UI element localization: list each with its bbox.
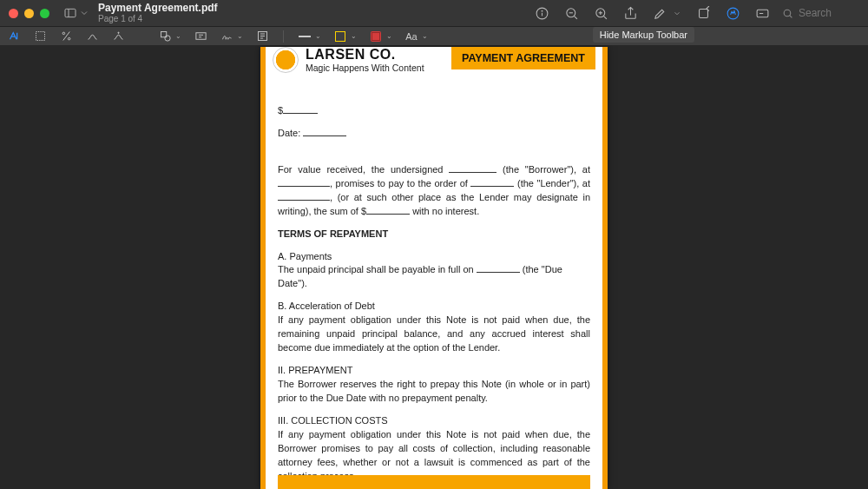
sign-tool-icon[interactable] [220,30,233,43]
highlight-menu-chevron-icon[interactable] [673,5,681,21]
search-field[interactable] [782,7,859,19]
svg-point-24 [117,32,118,33]
sidebar-toggle-icon[interactable] [62,4,79,22]
sign-menu-chevron[interactable]: ⌄ [237,32,243,40]
stroke-menu-chevron[interactable]: ⌄ [315,32,321,40]
svg-line-18 [790,15,792,17]
section-iii: III. COLLECTION COSTS If any payment obl… [278,414,590,484]
svg-line-6 [574,16,577,19]
view-menu-chevron-icon[interactable] [79,4,89,22]
svg-point-22 [62,32,65,35]
markup-toggle-icon[interactable] [725,5,740,21]
border-color-chevron[interactable]: ⌄ [351,32,357,40]
share-icon[interactable] [622,5,638,21]
intro-paragraph: For value received, the undersigned (the… [278,163,590,219]
section-ii: II. PREPAYMENT The Borrower reserves the… [278,364,590,406]
form-fill-icon[interactable] [754,5,770,21]
tooltip-hide-markup: Hide Markup Toolbar [593,27,694,43]
stroke-style-icon[interactable] [298,30,312,43]
sketch-tool-icon[interactable] [111,30,125,43]
svg-point-17 [784,10,791,17]
company-name: LARSEN CO. [306,47,424,63]
window-minimize[interactable] [24,9,34,18]
document-title: Payment Agreement.pdf [98,3,218,14]
section-a: A. Payments The unpaid principal shall b… [278,250,590,292]
instant-alpha-icon[interactable] [59,30,73,43]
zoom-out-icon[interactable] [563,5,579,21]
svg-point-4 [542,10,542,11]
document-viewport[interactable]: LARSEN CO. Magic Happens With Content PA… [0,45,868,489]
svg-rect-21 [36,32,44,41]
pdf-page: LARSEN CO. Magic Happens With Content PA… [260,47,608,489]
titlebar: Payment Agreement.pdf Page 1 of 4 [0,0,868,26]
svg-point-23 [68,37,70,40]
info-icon[interactable] [534,5,549,21]
note-tool-icon[interactable] [255,30,269,43]
shapes-tool-icon[interactable] [158,30,172,43]
text-box-tool-icon[interactable] [194,30,207,43]
markup-toolbar: ⌄ ⌄ ⌄ ⌄ ⌄ Aa ⌄ [0,26,868,45]
document-type-ribbon: PAYMENT AGREEMENT [451,47,595,69]
text-style-icon[interactable]: Aa [404,30,418,43]
page-border-left [260,47,266,489]
rotate-icon[interactable] [695,5,711,21]
svg-point-26 [164,36,169,41]
company-tagline: Magic Happens With Content [306,63,424,73]
window-zoom[interactable] [40,9,49,18]
amount-line: $ [278,104,590,118]
page-footer-bar [278,475,590,489]
zoom-in-icon[interactable] [593,5,608,21]
page-indicator: Page 1 of 4 [98,14,218,23]
svg-rect-13 [699,9,707,17]
date-line: Date: [278,127,590,141]
highlight-icon[interactable] [652,5,667,21]
svg-line-9 [603,16,607,19]
company-logo [273,47,299,73]
border-color-icon[interactable] [333,30,347,43]
fill-color-chevron[interactable]: ⌄ [386,32,392,40]
svg-rect-0 [65,9,76,17]
draw-tool-icon[interactable] [85,30,99,43]
page-border-right [602,47,608,489]
search-icon [782,8,793,19]
section-b: B. Acceleration of Debt If any payment o… [278,300,590,355]
fill-color-icon[interactable] [369,30,383,43]
text-tool-icon[interactable] [7,30,21,43]
shapes-menu-chevron[interactable]: ⌄ [175,32,181,40]
svg-rect-27 [195,33,205,40]
search-input[interactable] [799,7,859,19]
selection-tool-icon[interactable] [33,30,47,43]
window-close[interactable] [9,9,18,18]
text-style-chevron[interactable]: ⌄ [422,32,428,40]
terms-heading: TERMS OF REPAYMENT [278,228,590,241]
